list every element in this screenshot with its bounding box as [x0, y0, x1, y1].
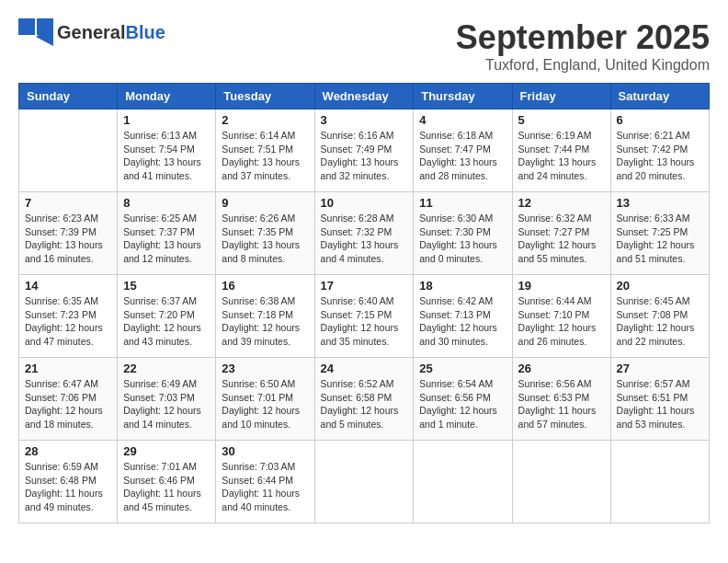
table-row: 24 Sunrise: 6:52 AMSunset: 6:58 PMDaylig…: [314, 358, 414, 441]
header-thursday: Thursday: [414, 84, 512, 109]
day-info: Sunrise: 7:03 AMSunset: 6:44 PMDaylight:…: [222, 460, 308, 514]
day-info: Sunrise: 6:14 AMSunset: 7:51 PMDaylight:…: [222, 129, 308, 183]
day-info: Sunrise: 6:52 AMSunset: 6:58 PMDaylight:…: [321, 377, 408, 431]
svg-rect-0: [18, 18, 35, 35]
table-row: [414, 441, 512, 523]
table-row: 25 Sunrise: 6:54 AMSunset: 6:56 PMDaylig…: [414, 358, 512, 441]
day-number: 9: [222, 196, 308, 210]
calendar-week-row: 7 Sunrise: 6:23 AMSunset: 7:39 PMDayligh…: [19, 192, 710, 275]
table-row: 5 Sunrise: 6:19 AMSunset: 7:44 PMDayligh…: [512, 109, 610, 192]
header-wednesday: Wednesday: [314, 84, 414, 109]
day-info: Sunrise: 6:35 AMSunset: 7:23 PMDaylight:…: [25, 294, 111, 349]
day-info: Sunrise: 6:50 AMSunset: 7:01 PMDaylight:…: [222, 377, 308, 431]
day-info: Sunrise: 6:59 AMSunset: 6:48 PMDaylight:…: [25, 460, 111, 514]
table-row: 26 Sunrise: 6:56 AMSunset: 6:53 PMDaylig…: [512, 358, 610, 441]
day-info: Sunrise: 6:42 AMSunset: 7:13 PMDaylight:…: [419, 294, 506, 349]
logo-blue: Blue: [125, 22, 165, 42]
location: Tuxford, England, United Kingdom: [456, 57, 710, 74]
table-row: [610, 441, 709, 523]
day-number: 8: [123, 196, 210, 210]
calendar-week-row: 1 Sunrise: 6:13 AMSunset: 7:54 PMDayligh…: [19, 109, 710, 192]
day-info: Sunrise: 6:33 AMSunset: 7:25 PMDaylight:…: [617, 212, 703, 266]
table-row: 11 Sunrise: 6:30 AMSunset: 7:30 PMDaylig…: [414, 192, 512, 275]
day-number: 12: [518, 196, 605, 210]
day-number: 11: [419, 196, 506, 210]
logo-general: General: [57, 22, 125, 42]
table-row: 20 Sunrise: 6:45 AMSunset: 7:08 PMDaylig…: [610, 275, 709, 358]
day-number: 27: [617, 362, 703, 375]
table-row: 29 Sunrise: 7:01 AMSunset: 6:46 PMDaylig…: [118, 441, 216, 523]
table-row: 4 Sunrise: 6:18 AMSunset: 7:47 PMDayligh…: [414, 109, 512, 192]
table-row: 30 Sunrise: 7:03 AMSunset: 6:44 PMDaylig…: [216, 441, 314, 523]
table-row: 21 Sunrise: 6:47 AMSunset: 7:06 PMDaylig…: [19, 358, 118, 441]
day-number: 2: [222, 113, 308, 127]
calendar-header-row: Sunday Monday Tuesday Wednesday Thursday…: [19, 84, 710, 109]
day-info: Sunrise: 7:01 AMSunset: 6:46 PMDaylight:…: [123, 460, 210, 514]
day-info: Sunrise: 6:25 AMSunset: 7:37 PMDaylight:…: [123, 212, 210, 266]
logo-icon: [18, 18, 53, 46]
day-info: Sunrise: 6:56 AMSunset: 6:53 PMDaylight:…: [518, 377, 605, 431]
day-info: Sunrise: 6:40 AMSunset: 7:15 PMDaylight:…: [321, 294, 408, 349]
day-number: 17: [321, 279, 408, 293]
logo: GeneralBlue: [18, 18, 165, 46]
day-info: Sunrise: 6:23 AMSunset: 7:39 PMDaylight:…: [25, 212, 111, 266]
table-row: 2 Sunrise: 6:14 AMSunset: 7:51 PMDayligh…: [216, 109, 314, 192]
day-number: 28: [25, 444, 111, 458]
day-info: Sunrise: 6:44 AMSunset: 7:10 PMDaylight:…: [518, 294, 605, 349]
day-info: Sunrise: 6:13 AMSunset: 7:54 PMDaylight:…: [123, 129, 210, 183]
day-number: 14: [25, 279, 111, 293]
calendar-table: Sunday Monday Tuesday Wednesday Thursday…: [18, 83, 710, 523]
day-info: Sunrise: 6:30 AMSunset: 7:30 PMDaylight:…: [419, 212, 506, 266]
day-number: 5: [518, 113, 605, 127]
table-row: [19, 109, 118, 192]
month-title: September 2025: [456, 18, 710, 57]
day-number: 7: [25, 196, 111, 210]
day-number: 25: [419, 362, 506, 375]
day-number: 24: [321, 362, 408, 375]
day-info: Sunrise: 6:26 AMSunset: 7:35 PMDaylight:…: [222, 212, 308, 266]
table-row: 7 Sunrise: 6:23 AMSunset: 7:39 PMDayligh…: [19, 192, 118, 275]
day-info: Sunrise: 6:21 AMSunset: 7:42 PMDaylight:…: [617, 129, 703, 183]
day-number: 6: [617, 113, 703, 127]
page-header: GeneralBlue September 2025 Tuxford, Engl…: [18, 18, 710, 74]
day-number: 22: [123, 362, 210, 375]
day-number: 19: [518, 279, 605, 293]
calendar-week-row: 28 Sunrise: 6:59 AMSunset: 6:48 PMDaylig…: [19, 441, 710, 523]
table-row: 19 Sunrise: 6:44 AMSunset: 7:10 PMDaylig…: [512, 275, 610, 358]
day-number: 30: [222, 444, 308, 458]
day-info: Sunrise: 6:19 AMSunset: 7:44 PMDaylight:…: [518, 129, 605, 183]
table-row: 23 Sunrise: 6:50 AMSunset: 7:01 PMDaylig…: [216, 358, 314, 441]
table-row: 17 Sunrise: 6:40 AMSunset: 7:15 PMDaylig…: [314, 275, 414, 358]
day-info: Sunrise: 6:38 AMSunset: 7:18 PMDaylight:…: [222, 294, 308, 349]
header-saturday: Saturday: [610, 84, 709, 109]
table-row: 22 Sunrise: 6:49 AMSunset: 7:03 PMDaylig…: [118, 358, 216, 441]
table-row: 6 Sunrise: 6:21 AMSunset: 7:42 PMDayligh…: [610, 109, 709, 192]
table-row: 18 Sunrise: 6:42 AMSunset: 7:13 PMDaylig…: [414, 275, 512, 358]
day-number: 4: [419, 113, 506, 127]
table-row: 10 Sunrise: 6:28 AMSunset: 7:32 PMDaylig…: [314, 192, 414, 275]
day-number: 16: [222, 279, 308, 293]
header-monday: Monday: [118, 84, 216, 109]
day-number: 21: [25, 362, 111, 375]
table-row: 3 Sunrise: 6:16 AMSunset: 7:49 PMDayligh…: [314, 109, 414, 192]
day-info: Sunrise: 6:49 AMSunset: 7:03 PMDaylight:…: [123, 377, 210, 431]
table-row: 15 Sunrise: 6:37 AMSunset: 7:20 PMDaylig…: [118, 275, 216, 358]
day-number: 29: [123, 444, 210, 458]
table-row: 27 Sunrise: 6:57 AMSunset: 6:51 PMDaylig…: [610, 358, 709, 441]
day-number: 15: [123, 279, 210, 293]
day-info: Sunrise: 6:45 AMSunset: 7:08 PMDaylight:…: [617, 294, 703, 349]
day-number: 23: [222, 362, 308, 375]
table-row: 16 Sunrise: 6:38 AMSunset: 7:18 PMDaylig…: [216, 275, 314, 358]
calendar-week-row: 14 Sunrise: 6:35 AMSunset: 7:23 PMDaylig…: [19, 275, 710, 358]
day-number: 1: [123, 113, 210, 127]
table-row: 8 Sunrise: 6:25 AMSunset: 7:37 PMDayligh…: [118, 192, 216, 275]
day-number: 20: [617, 279, 703, 293]
header-friday: Friday: [512, 84, 610, 109]
calendar-week-row: 21 Sunrise: 6:47 AMSunset: 7:06 PMDaylig…: [19, 358, 710, 441]
day-info: Sunrise: 6:18 AMSunset: 7:47 PMDaylight:…: [419, 129, 506, 183]
table-row: 12 Sunrise: 6:32 AMSunset: 7:27 PMDaylig…: [512, 192, 610, 275]
day-number: 13: [617, 196, 703, 210]
table-row: 1 Sunrise: 6:13 AMSunset: 7:54 PMDayligh…: [118, 109, 216, 192]
day-info: Sunrise: 6:54 AMSunset: 6:56 PMDaylight:…: [419, 377, 506, 431]
table-row: [314, 441, 414, 523]
